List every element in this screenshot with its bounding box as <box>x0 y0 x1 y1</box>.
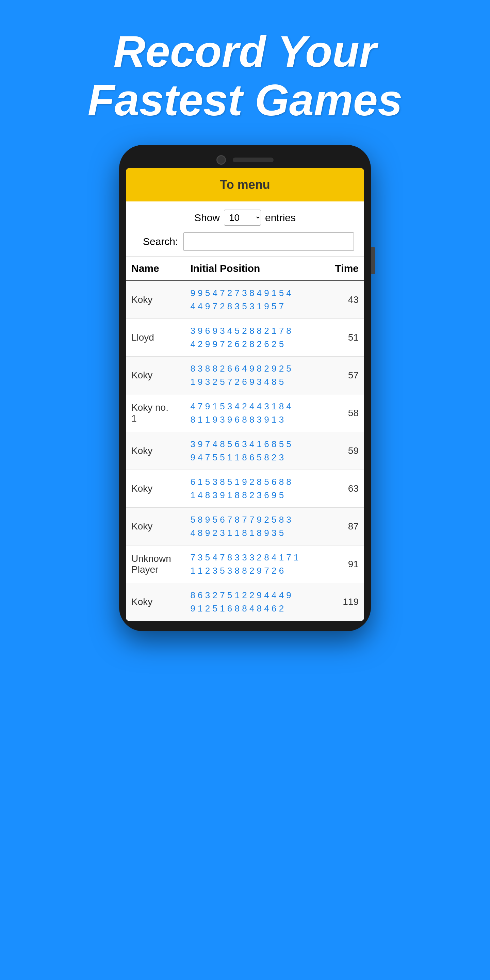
table-row: Koky6 1 5 3 8 5 1 9 2 8 5 6 8 8 1 4 8 3 … <box>126 470 364 508</box>
cell-name: Koky <box>126 432 185 470</box>
cell-name: Koky <box>126 583 185 621</box>
cell-position: 5 8 9 5 6 7 8 7 7 9 2 5 8 3 4 8 9 2 3 1 … <box>185 508 324 546</box>
search-row: Search: <box>136 232 354 251</box>
cell-time: 59 <box>324 432 364 470</box>
cell-position: 3 9 7 4 8 5 6 3 4 1 6 8 5 5 9 4 7 5 5 1 … <box>185 432 324 470</box>
cell-time: 91 <box>324 546 364 583</box>
table-row: Unknown Player7 3 5 4 7 8 3 3 3 2 8 4 1 … <box>126 546 364 583</box>
cell-name: Koky <box>126 281 185 319</box>
cell-name: Koky no. 1 <box>126 395 185 432</box>
cell-name: Unknown Player <box>126 546 185 583</box>
hero-line2: Fastest Games <box>88 76 402 124</box>
cell-name: Koky <box>126 470 185 508</box>
table-row: Koky8 6 3 2 7 5 1 2 2 9 4 4 4 9 9 1 2 5 … <box>126 583 364 621</box>
cell-name: Koky <box>126 356 185 395</box>
table-row: Koky3 9 7 4 8 5 6 3 4 1 6 8 5 5 9 4 7 5 … <box>126 432 364 470</box>
phone-camera-icon <box>216 155 226 165</box>
cell-position: 9 9 5 4 7 2 7 3 8 4 9 1 5 4 4 4 9 7 2 8 … <box>185 281 324 319</box>
table-controls: Show 10 25 50 100 entries Search: <box>126 202 364 256</box>
cell-position: 8 6 3 2 7 5 1 2 2 9 4 4 4 9 9 1 2 5 1 6 … <box>185 583 324 621</box>
phone-notch <box>126 155 364 165</box>
table-row: Koky no. 14 7 9 1 5 3 4 2 4 4 3 1 8 4 8 … <box>126 395 364 432</box>
menu-button[interactable]: To menu <box>126 168 364 202</box>
cell-name: Koky <box>126 508 185 546</box>
cell-time: 43 <box>324 281 364 319</box>
table-row: Koky5 8 9 5 6 7 8 7 7 9 2 5 8 3 4 8 9 2 … <box>126 508 364 546</box>
header-position: Initial Position <box>185 256 324 281</box>
show-entries-row: Show 10 25 50 100 entries <box>136 210 354 226</box>
table-row: Lloyd3 9 6 9 3 4 5 2 8 8 2 1 7 8 4 2 9 9… <box>126 319 364 356</box>
cell-position: 4 7 9 1 5 3 4 2 4 4 3 1 8 4 8 1 1 9 3 9 … <box>185 395 324 432</box>
cell-position: 8 3 8 8 2 6 6 4 9 8 2 9 2 5 1 9 3 2 5 7 … <box>185 356 324 395</box>
phone-side-button <box>371 247 375 274</box>
cell-time: 57 <box>324 356 364 395</box>
cell-time: 63 <box>324 470 364 508</box>
cell-time: 51 <box>324 319 364 356</box>
entries-label: entries <box>265 212 296 224</box>
hero-line1: Record Your <box>88 27 402 76</box>
cell-time: 87 <box>324 508 364 546</box>
show-label: Show <box>194 212 220 224</box>
cell-position: 7 3 5 4 7 8 3 3 3 2 8 4 1 7 1 1 1 2 3 5 … <box>185 546 324 583</box>
phone-frame: To menu Show 10 25 50 100 entries Search… <box>119 145 371 631</box>
hero-section: Record Your Fastest Games <box>88 27 402 124</box>
cell-name: Lloyd <box>126 319 185 356</box>
header-time: Time <box>324 256 364 281</box>
entries-select[interactable]: 10 25 50 100 <box>224 210 261 226</box>
cell-time: 58 <box>324 395 364 432</box>
table-row: Koky9 9 5 4 7 2 7 3 8 4 9 1 5 4 4 4 9 7 … <box>126 281 364 319</box>
cell-time: 119 <box>324 583 364 621</box>
table-row: Koky8 3 8 8 2 6 6 4 9 8 2 9 2 5 1 9 3 2 … <box>126 356 364 395</box>
phone-speaker <box>233 158 274 162</box>
cell-position: 6 1 5 3 8 5 1 9 2 8 5 6 8 8 1 4 8 3 9 1 … <box>185 470 324 508</box>
table-header-row: Name Initial Position Time <box>126 256 364 281</box>
records-table: Name Initial Position Time Koky9 9 5 4 7… <box>126 256 364 621</box>
search-label: Search: <box>143 236 178 247</box>
cell-position: 3 9 6 9 3 4 5 2 8 8 2 1 7 8 4 2 9 9 7 2 … <box>185 319 324 356</box>
phone-screen: To menu Show 10 25 50 100 entries Search… <box>126 168 364 621</box>
search-input[interactable] <box>183 232 354 251</box>
header-name: Name <box>126 256 185 281</box>
